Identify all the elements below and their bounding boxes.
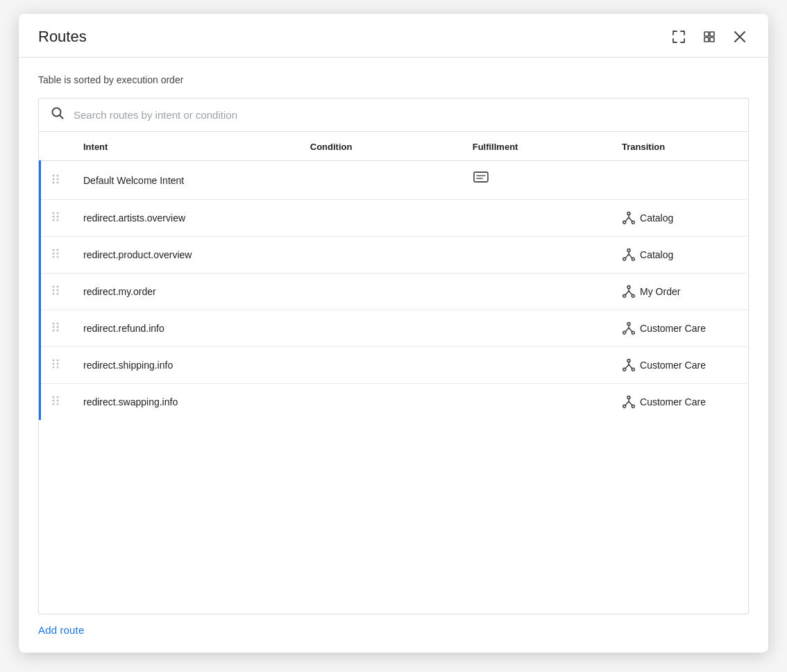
add-route-button[interactable]: Add route [38,614,749,641]
routes-table-container: Intent Condition Fulfillment Transition … [38,132,749,614]
svg-point-1 [53,174,55,176]
svg-point-4 [57,178,59,180]
svg-point-56 [57,400,59,402]
table-row[interactable]: redirect.product.overview Catalog [40,237,749,274]
svg-point-17 [53,249,55,251]
table-row[interactable]: Default Welcome Intent [40,161,749,200]
fulfillment-cell [462,161,611,200]
drag-dots-icon [50,324,61,336]
col-header-intent: Intent [72,132,299,161]
drag-dots-icon [50,287,61,299]
transition-label: Catalog [640,249,673,260]
col-header-transition: Transition [611,132,748,161]
svg-point-19 [53,253,55,255]
transition-label: Customer Care [640,396,706,408]
dialog-body: Table is sorted by execution order Inten… [19,58,768,653]
svg-point-38 [57,326,59,328]
fulfillment-cell [462,310,611,347]
drag-handle[interactable] [40,274,73,310]
intent-cell: redirect.product.overview [72,237,299,274]
drag-handle[interactable] [40,310,73,347]
svg-point-55 [53,400,55,402]
table-row[interactable]: redirect.refund.info Customer Care [40,310,749,347]
svg-point-57 [53,403,55,405]
transition-branch-icon [622,211,636,225]
fulfillment-message-icon [473,174,489,189]
transition-cell: My Order [611,274,748,310]
transition-cell [611,161,748,200]
drag-handle[interactable] [40,347,73,384]
drag-dots-icon [50,214,61,226]
table-row[interactable]: redirect.artists.overview Catalog [40,200,749,237]
table-row[interactable]: redirect.my.order My Order [40,274,749,310]
transition-branch-icon [622,321,636,335]
svg-point-28 [53,289,55,292]
table-row[interactable]: redirect.shipping.info Customer Care [40,347,749,384]
search-input[interactable] [74,109,737,121]
drag-handle[interactable] [40,384,73,421]
fulfillment-cell [462,200,611,237]
routes-dialog: Routes Table is sorted by execution or [19,14,768,653]
svg-point-12 [53,219,55,221]
svg-point-29 [57,289,59,292]
svg-point-9 [57,212,59,215]
svg-point-48 [53,367,55,369]
svg-point-58 [57,403,59,405]
svg-point-5 [53,181,55,183]
svg-point-20 [57,253,59,255]
svg-rect-7 [474,172,488,182]
svg-point-31 [57,293,59,295]
svg-point-53 [53,396,55,398]
transition-label: Customer Care [640,323,706,334]
intent-cell: redirect.artists.overview [72,200,299,237]
transition-cell: Customer Care [611,347,748,384]
condition-cell [299,274,462,310]
drag-dots-icon [50,361,61,373]
svg-point-22 [57,256,59,258]
svg-point-13 [57,219,59,221]
svg-point-46 [53,363,55,365]
close-icon[interactable] [731,28,749,46]
header-icons [670,28,749,46]
transition-cell: Catalog [611,200,748,237]
fulfillment-cell [462,274,611,310]
search-icon [50,106,65,124]
table-row[interactable]: redirect.swapping.info Customer Care [40,384,749,421]
transition-cell: Catalog [611,237,748,274]
svg-point-44 [53,360,55,362]
transition-branch-icon [622,285,636,299]
svg-point-8 [53,212,55,215]
drag-dots-icon [50,176,61,188]
svg-point-37 [53,326,55,328]
svg-point-27 [57,286,59,288]
condition-cell [299,384,462,421]
svg-point-36 [57,323,59,325]
split-icon[interactable] [700,28,718,46]
transition-branch-icon [622,358,636,372]
svg-point-35 [53,323,55,325]
condition-cell [299,161,462,200]
svg-point-18 [57,249,59,251]
expand-icon[interactable] [670,28,688,46]
intent-cell: redirect.my.order [72,274,299,310]
fulfillment-cell [462,384,611,421]
condition-cell [299,310,462,347]
col-header-fulfillment: Fulfillment [462,132,611,161]
drag-handle[interactable] [40,237,73,274]
sort-label: Table is sorted by execution order [38,74,749,85]
intent-cell: redirect.shipping.info [72,347,299,384]
svg-point-40 [57,330,59,332]
svg-point-2 [57,174,59,176]
svg-point-21 [53,256,55,258]
drag-handle[interactable] [40,161,73,200]
col-header-condition: Condition [299,132,462,161]
svg-point-6 [57,181,59,183]
svg-point-39 [53,330,55,332]
dialog-header: Routes [19,14,768,58]
search-bar [38,98,749,132]
drag-handle[interactable] [40,200,73,237]
transition-branch-icon [622,395,636,409]
svg-point-3 [53,178,55,180]
transition-branch-icon [622,248,636,262]
dialog-title: Routes [38,28,87,46]
